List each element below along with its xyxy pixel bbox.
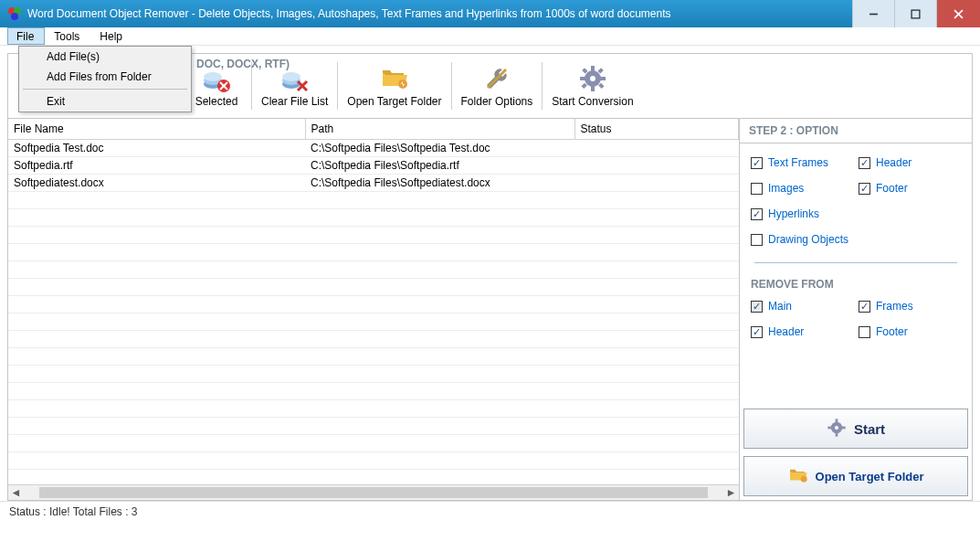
file-table: File Name Path Status Softpedia Test.doc… [8,119,739,484]
chk-images[interactable]: Images [751,182,853,195]
cell-path: C:\Softpedia Files\Softpediatest.docx [305,175,574,192]
start-conversion-button[interactable]: Start Conversion [544,58,640,114]
table-row [8,279,739,296]
cell-file [8,261,305,279]
col-file-name[interactable]: File Name [8,119,305,140]
wrench-icon [482,64,511,93]
cell-file [8,192,305,209]
close-button[interactable] [936,0,980,27]
chk-rf-header[interactable]: Header [751,325,853,338]
cell-status [574,296,739,313]
status-bar: Status : Idle! Total Files : 3 [0,501,980,523]
checkbox-icon [751,157,763,169]
cell-status [574,244,739,261]
table-row [8,435,739,452]
checkbox-icon [859,157,870,169]
chk-frames[interactable]: Frames [859,300,961,313]
horizontal-scrollbar[interactable]: ◄ ► [8,484,739,500]
folder-open-icon [788,465,808,488]
table-row [8,244,739,261]
cell-file [8,209,305,227]
table-row[interactable]: Softpedia.rtfC:\Softpedia Files\Softpedi… [8,157,739,175]
cell-status [574,157,739,175]
chk-header[interactable]: Header [859,156,961,169]
cell-file: Softpedia.rtf [8,157,305,175]
cell-path [305,313,574,331]
open-target-big-label: Open Target Folder [816,470,924,483]
start-button-label: Start [854,421,885,437]
cell-path [305,279,574,296]
menu-help[interactable]: Help [90,27,133,45]
remove-from-grid: Main Frames Header Footer [740,291,972,351]
options-grid: Text Frames Header Images Footer Hyperli… [740,143,972,259]
start-conversion-label: Start Conversion [552,95,633,108]
cell-status [574,175,739,192]
scroll-left-icon[interactable]: ◄ [8,485,24,500]
minimize-button[interactable] [852,0,894,27]
open-target-folder-button[interactable]: Open Target Folder [340,58,448,114]
scroll-right-icon[interactable]: ► [723,485,739,500]
chk-text-frames[interactable]: Text Frames [751,156,853,169]
svg-rect-26 [600,77,606,80]
cell-status [574,227,739,244]
chk-rf-footer[interactable]: Footer [859,325,961,338]
table-row [8,192,739,209]
table-row [8,470,739,485]
cell-file [8,366,305,383]
cell-path [305,348,574,366]
table-row [8,348,739,366]
menu-exit[interactable]: Exit [19,91,191,111]
cell-path [305,331,574,348]
maximize-button[interactable] [894,0,936,27]
clear-list-label: Clear File List [261,95,328,108]
content-area: File Name Path Status Softpedia Test.doc… [7,119,973,501]
step1-label-fragment: DOC, DOCX, RTF) [196,58,290,70]
cell-file [8,452,305,470]
table-row[interactable]: Softpedia Test.docC:\Softpedia Files\Sof… [8,140,739,157]
svg-rect-29 [597,68,603,73]
chk-drawing-objects[interactable]: Drawing Objects [751,233,961,246]
cell-status [574,383,739,400]
menu-file[interactable]: File [7,27,45,45]
col-status[interactable]: Status [574,119,739,140]
cell-file [8,279,305,296]
gear-icon [578,64,607,93]
cell-file [8,227,305,244]
open-target-label: Open Target Folder [347,95,441,108]
scrollbar-thumb[interactable] [39,487,708,498]
folder-options-label: Folder Options [461,95,533,108]
col-path[interactable]: Path [305,119,574,140]
cell-path [305,435,574,452]
checkbox-icon [859,183,870,195]
svg-point-18 [398,80,407,89]
cell-path: C:\Softpedia Files\Softpedia Test.doc [305,140,574,157]
svg-rect-28 [598,83,604,89]
table-row [8,366,739,383]
svg-rect-36 [841,426,845,429]
cell-path [305,383,574,400]
menu-add-files[interactable]: Add File(s) [19,47,191,67]
cell-path [305,470,574,485]
menu-tools[interactable]: Tools [45,27,90,45]
cell-path [305,296,574,313]
table-row [8,383,739,400]
cell-status [574,313,739,331]
start-button[interactable]: Start [743,409,968,449]
chk-main[interactable]: Main [751,300,853,313]
svg-rect-23 [591,66,595,71]
chk-hyperlinks[interactable]: Hyperlinks [751,207,853,220]
svg-point-37 [800,475,806,482]
folder-options-button[interactable]: Folder Options [454,58,541,114]
toolbar-separator [451,62,452,110]
table-row [8,400,739,418]
chk-footer[interactable]: Footer [859,182,961,195]
menu-add-folder[interactable]: Add Files from Folder [19,67,191,87]
cell-status [574,331,739,348]
svg-rect-27 [582,68,587,73]
open-target-folder-big-button[interactable]: Open Target Folder [743,456,968,496]
cell-status [574,140,739,157]
table-row[interactable]: Softpediatest.docxC:\Softpedia Files\Sof… [8,175,739,192]
svg-rect-35 [827,426,831,429]
cell-file [8,296,305,313]
svg-point-15 [282,72,300,81]
